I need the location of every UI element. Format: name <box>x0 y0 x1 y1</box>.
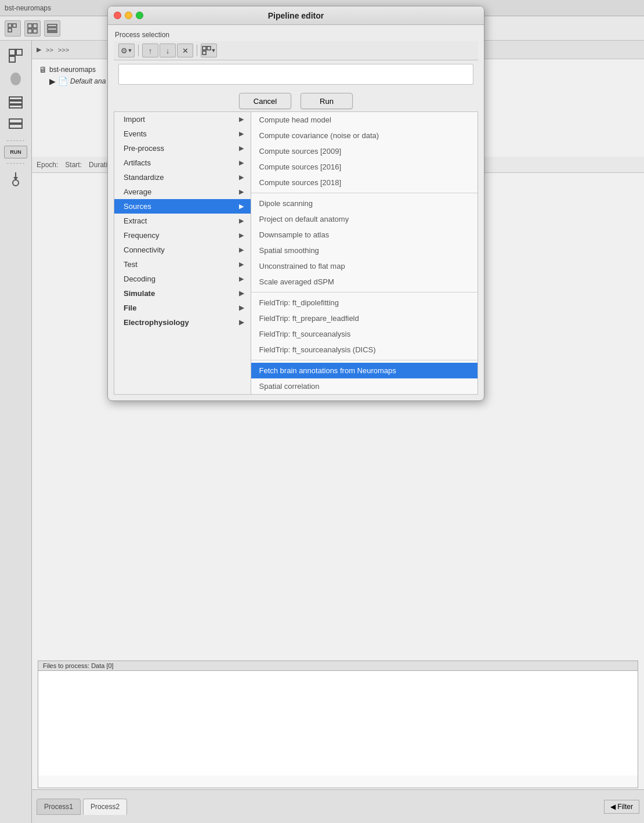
menu-item-test[interactable]: Test ▶ <box>114 257 251 272</box>
submenu-ft-prepare-leadfield[interactable]: FieldTrip: ft_prepare_leadfield <box>251 311 478 326</box>
dialog-body: Process selection ⚙▼ ↑ ↓ ✕ ▼ Ca <box>108 25 484 400</box>
pipeline-dialog: Pipeline editor Process selection ⚙▼ ↑ ↓… <box>107 6 484 401</box>
submenu-ft-sourceanalysis-dics[interactable]: FieldTrip: ft_sourceanalysis (DICS) <box>251 342 478 358</box>
layout-dropdown-button[interactable]: ▼ <box>201 44 217 57</box>
menu-item-events[interactable]: Events ▶ <box>114 127 251 141</box>
menu-item-decoding[interactable]: Decoding ▶ <box>114 272 251 286</box>
process-input[interactable] <box>118 64 473 85</box>
arrow-icon-simulate: ▶ <box>239 290 244 297</box>
traffic-lights <box>114 12 143 19</box>
submenu-ft-sourceanalysis[interactable]: FieldTrip: ft_sourceanalysis <box>251 326 478 342</box>
submenu-scale-averaged-dspm[interactable]: Scale averaged dSPM <box>251 274 478 290</box>
right-submenu: Compute head model Compute covariance (n… <box>251 111 479 395</box>
arrow-icon-test: ▶ <box>239 261 244 268</box>
arrow-icon-decoding: ▶ <box>239 275 244 283</box>
arrow-icon-artifacts: ▶ <box>239 159 244 167</box>
submenu-sep-2 <box>251 292 478 293</box>
cancel-button[interactable]: Cancel <box>239 93 291 109</box>
submenu-downsample-atlas[interactable]: Downsample to atlas <box>251 227 478 243</box>
submenu-unconstrained-flat-map[interactable]: Unconstrained to flat map <box>251 258 478 274</box>
move-up-button[interactable]: ↑ <box>142 44 158 57</box>
arrow-icon-average: ▶ <box>239 188 244 196</box>
delete-button[interactable]: ✕ <box>177 44 193 57</box>
menu-item-average[interactable]: Average ▶ <box>114 185 251 199</box>
submenu-compute-head-model[interactable]: Compute head model <box>251 112 478 128</box>
arrow-icon-extract: ▶ <box>239 217 244 225</box>
toolbar-separator-1 <box>138 45 139 56</box>
arrow-icon-preprocess: ▶ <box>239 145 244 152</box>
submenu-compute-sources-2009[interactable]: Compute sources [2009] <box>251 143 478 159</box>
close-button[interactable] <box>114 12 121 19</box>
menu-item-artifacts[interactable]: Artifacts ▶ <box>114 156 251 170</box>
menu-item-extract[interactable]: Extract ▶ <box>114 214 251 228</box>
process-toolbar: ⚙▼ ↑ ↓ ✕ ▼ <box>114 41 478 60</box>
arrow-icon-frequency: ▶ <box>239 232 244 239</box>
toolbar-separator-2 <box>197 45 197 56</box>
run-button[interactable]: Run <box>301 93 353 109</box>
menu-item-connectivity[interactable]: Connectivity ▶ <box>114 243 251 257</box>
process-selection-label: Process selection <box>115 31 478 39</box>
svg-rect-24 <box>202 51 206 55</box>
arrow-icon-connectivity: ▶ <box>239 246 244 254</box>
svg-rect-22 <box>202 46 206 50</box>
submenu-spatial-correlation[interactable]: Spatial correlation <box>251 378 478 394</box>
dialog-buttons: Cancel Run <box>114 88 478 111</box>
dialog-titlebar: Pipeline editor <box>108 6 484 25</box>
arrow-icon-file: ▶ <box>239 304 244 312</box>
submenu-compute-covariance[interactable]: Compute covariance (noise or data) <box>251 128 478 143</box>
submenu-ft-dipolefitting[interactable]: FieldTrip: ft_dipolefitting <box>251 295 478 311</box>
menu-item-frequency[interactable]: Frequency ▶ <box>114 228 251 243</box>
menu-item-import[interactable]: Import ▶ <box>114 112 251 127</box>
arrow-icon-sources: ▶ <box>239 203 244 210</box>
submenu-fetch-brain-annotations[interactable]: Fetch brain annotations from Neuromaps <box>251 363 478 378</box>
maximize-button[interactable] <box>136 12 143 19</box>
submenu-sep-3 <box>251 360 478 360</box>
submenu-spatial-smoothing[interactable]: Spatial smoothing <box>251 243 478 258</box>
menu-area: Import ▶ Events ▶ Pre-process ▶ Artifact… <box>114 111 478 395</box>
submenu-dipole-scanning[interactable]: Dipole scanning <box>251 196 478 211</box>
menu-item-standardize[interactable]: Standardize ▶ <box>114 170 251 185</box>
submenu-compute-sources-2018[interactable]: Compute sources [2018] <box>251 175 478 190</box>
menu-item-file[interactable]: File ▶ <box>114 301 251 315</box>
arrow-icon-standardize: ▶ <box>239 174 244 181</box>
minimize-button[interactable] <box>125 12 132 19</box>
menu-item-simulate[interactable]: Simulate ▶ <box>114 286 251 301</box>
dialog-overlay: Pipeline editor Process selection ⚙▼ ↑ ↓… <box>0 0 644 823</box>
submenu-compute-sources-2016[interactable]: Compute sources [2016] <box>251 159 478 175</box>
menu-item-preprocess[interactable]: Pre-process ▶ <box>114 141 251 156</box>
menu-item-electrophysiology[interactable]: Electrophysiology ▶ <box>114 315 251 330</box>
move-down-button[interactable]: ↓ <box>160 44 176 57</box>
menu-item-sources[interactable]: Sources ▶ <box>114 199 251 214</box>
dialog-title: Pipeline editor <box>268 11 324 20</box>
arrow-icon-import: ▶ <box>239 115 244 123</box>
arrow-icon-electrophysiology: ▶ <box>239 319 244 326</box>
submenu-project-default-anatomy[interactable]: Project on default anatomy <box>251 211 478 227</box>
svg-rect-23 <box>207 46 211 50</box>
settings-dropdown-button[interactable]: ⚙▼ <box>118 44 135 57</box>
arrow-icon-events: ▶ <box>239 130 244 138</box>
submenu-sep-1 <box>251 193 478 193</box>
left-menu: Import ▶ Events ▶ Pre-process ▶ Artifact… <box>114 111 251 395</box>
